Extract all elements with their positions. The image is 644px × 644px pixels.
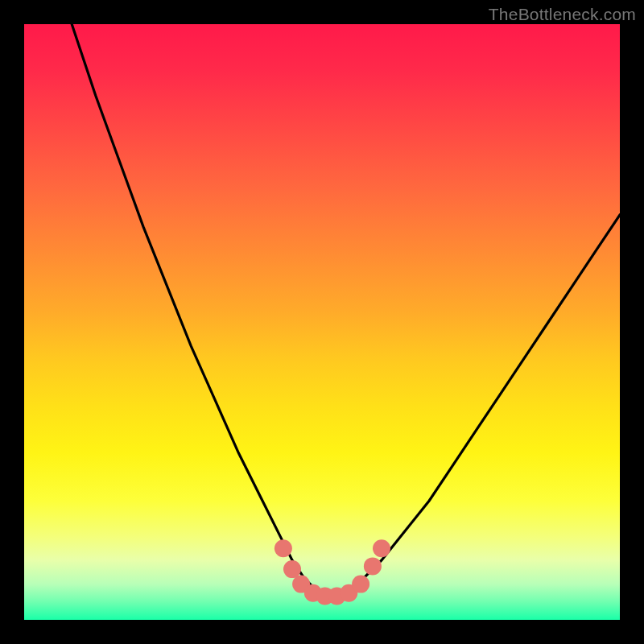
curve-marker bbox=[340, 584, 357, 602]
curve-marker bbox=[283, 560, 301, 578]
bottleneck-curve bbox=[24, 24, 620, 620]
curve-marker bbox=[292, 576, 310, 593]
curve-marker bbox=[316, 587, 334, 605]
curve-marker bbox=[328, 587, 346, 605]
curve-marker bbox=[304, 584, 322, 602]
curve-marker bbox=[373, 539, 390, 557]
chart-frame: TheBottleneck.com bbox=[0, 0, 644, 644]
plot-area bbox=[24, 24, 620, 620]
watermark-text: TheBottleneck.com bbox=[489, 5, 636, 24]
curve-marker bbox=[364, 557, 382, 575]
curve-marker bbox=[352, 576, 369, 593]
curve-marker bbox=[275, 539, 292, 557]
